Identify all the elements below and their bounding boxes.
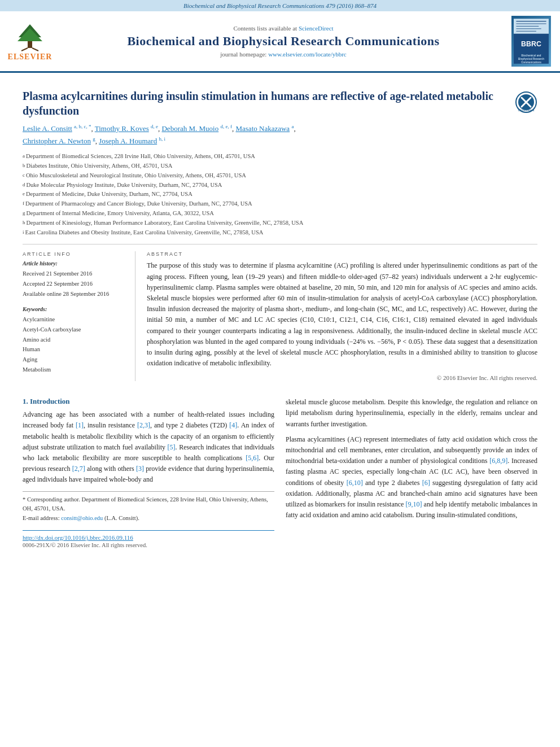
main-content: 1. Introduction Advancing age has been a… bbox=[0, 397, 560, 548]
article-title-section: Plasma acylcarnitines during insulin sti… bbox=[23, 89, 537, 118]
author-muoio[interactable]: Deborah M. Muoio bbox=[161, 124, 218, 133]
journal-citation-text: Biochemical and Biophysical Research Com… bbox=[183, 2, 377, 9]
journal-center: Contents lists available at ScienceDirec… bbox=[55, 25, 511, 58]
content-area: Plasma acylcarnitines during insulin sti… bbox=[0, 73, 560, 388]
abstract-label: ABSTRACT bbox=[147, 251, 537, 257]
abstract-text: The purpose of this study was to determi… bbox=[147, 260, 537, 369]
article-divider bbox=[23, 244, 537, 244]
affil-f: f Department of Pharmacology and Cancer … bbox=[23, 199, 537, 209]
keyword-3: Amino acid bbox=[23, 335, 126, 345]
article-title: Plasma acylcarnitines during insulin sti… bbox=[23, 89, 506, 118]
received-line: Received 21 September 2016 bbox=[23, 269, 126, 279]
author-houmard[interactable]: Joseph A. Houmard bbox=[99, 137, 157, 145]
doi-line: http://dx.doi.org/10.1016/j.bbrc.2016.09… bbox=[23, 533, 274, 542]
ref-6-10[interactable]: [6,10] bbox=[347, 479, 363, 487]
journal-title: Biochemical and Biophysical Research Com… bbox=[55, 34, 511, 49]
ref-4[interactable]: [4] bbox=[229, 421, 237, 429]
affil-c: c Ohio Musculoskeletal and Neurological … bbox=[23, 171, 537, 181]
ref-5[interactable]: [5] bbox=[168, 443, 176, 451]
ref-2-3[interactable]: [2,3] bbox=[137, 421, 150, 429]
article-history-label: Article history: bbox=[23, 260, 126, 267]
sciencedirect-link[interactable]: ScienceDirect bbox=[299, 25, 334, 32]
affil-i: i East Carolina Diabetes and Obesity Ins… bbox=[23, 228, 537, 238]
affil-a: a Department of Biomedical Sciences, 228… bbox=[23, 152, 537, 161]
keyword-2: Acetyl-CoA carboxylase bbox=[23, 325, 126, 335]
svg-line-4 bbox=[32, 48, 38, 51]
body-columns: 1. Introduction Advancing age has been a… bbox=[23, 397, 537, 548]
affil-g: g Department of Internal Medicine, Emory… bbox=[23, 209, 537, 219]
authors-line: Leslie A. Consitt a, b, c, *, Timothy R.… bbox=[23, 123, 537, 147]
accepted-line: Accepted 22 September 2016 bbox=[23, 279, 126, 289]
ref-1[interactable]: [1] bbox=[76, 421, 84, 429]
available-line: Available online 28 September 2016 bbox=[23, 289, 126, 299]
affil-b: b Diabetes Institute, Ohio University, A… bbox=[23, 161, 537, 171]
svg-text:Communications: Communications bbox=[521, 61, 541, 64]
journal-header: ELSEVIER Contents lists available at Sci… bbox=[0, 11, 560, 73]
ref-6b[interactable]: [6] bbox=[422, 479, 430, 487]
affil-d: d Duke Molecular Physiology Institute, D… bbox=[23, 181, 537, 190]
keyword-5: Aging bbox=[23, 355, 126, 365]
ref-3[interactable]: [3] bbox=[136, 465, 144, 473]
email-link[interactable]: consitt@ohio.edu bbox=[61, 515, 103, 521]
keywords-title: Keywords: bbox=[23, 306, 126, 312]
info-abstract-section: ARTICLE INFO Article history: Received 2… bbox=[23, 251, 537, 381]
ref-5-6[interactable]: [5,6] bbox=[246, 454, 259, 462]
keyword-6: Metabolism bbox=[23, 365, 126, 375]
affiliations: a Department of Biomedical Sciences, 228… bbox=[23, 152, 537, 237]
journal-citation-bar: Biochemical and Biophysical Research Com… bbox=[0, 0, 560, 11]
main-left-col: 1. Introduction Advancing age has been a… bbox=[23, 397, 274, 548]
svg-text:Biophysical Research: Biophysical Research bbox=[518, 58, 544, 60]
ref-2-7[interactable]: [2,7] bbox=[72, 465, 85, 473]
license-line: 0006-291X/© 2016 Elsevier Inc. All right… bbox=[23, 542, 274, 548]
intro-heading: 1. Introduction bbox=[23, 397, 274, 406]
doi-link[interactable]: http://dx.doi.org/10.1016/j.bbrc.2016.09… bbox=[23, 534, 133, 541]
author-consitt[interactable]: Leslie A. Consitt bbox=[23, 124, 72, 133]
copyright-line: © 2016 Elsevier Inc. All rights reserved… bbox=[147, 374, 537, 381]
ref-9-10[interactable]: [9,10] bbox=[406, 500, 422, 508]
main-right-col: skeletal muscle glucose metabolism. Desp… bbox=[286, 397, 537, 548]
keywords-section: Keywords: Acylcarnitine Acetyl-CoA carbo… bbox=[23, 306, 126, 375]
svg-text:BBRC: BBRC bbox=[521, 40, 541, 48]
article-info-col: ARTICLE INFO Article history: Received 2… bbox=[23, 251, 135, 381]
footnote-section: * Corresponding author. Department of Bi… bbox=[23, 491, 274, 523]
sciencedirect-line: Contents lists available at ScienceDirec… bbox=[55, 25, 511, 32]
affil-h: h Department of Kinesiology, Human Perfo… bbox=[23, 219, 537, 228]
intro-paragraph1: Advancing age has been associated with a… bbox=[23, 409, 274, 485]
svg-line-3 bbox=[21, 48, 28, 51]
keyword-1: Acylcarnitine bbox=[23, 314, 126, 325]
author-newton[interactable]: Christopher A. Newton bbox=[23, 137, 91, 145]
article-info-label: ARTICLE INFO bbox=[23, 251, 126, 257]
intro-paragraph2: skeletal muscle glucose metabolism. Desp… bbox=[286, 397, 537, 430]
svg-text:CrossMark: CrossMark bbox=[518, 108, 535, 112]
crossmark-logo: CrossMark bbox=[515, 91, 537, 116]
bbrc-logo: BBRC Biochemical and Biophysical Researc… bbox=[511, 16, 551, 67]
elsevier-logo: ELSEVIER bbox=[5, 21, 55, 62]
bottom-links: http://dx.doi.org/10.1016/j.bbrc.2016.09… bbox=[23, 530, 274, 548]
abstract-col: ABSTRACT The purpose of this study was t… bbox=[147, 251, 537, 381]
svg-rect-0 bbox=[28, 41, 32, 48]
keyword-4: Human bbox=[23, 344, 126, 355]
elsevier-text: ELSEVIER bbox=[8, 53, 53, 62]
intro-paragraph3: Plasma acylcarnitines (AC) represent int… bbox=[286, 434, 537, 521]
author-koves[interactable]: Timothy R. Koves bbox=[95, 124, 149, 133]
homepage-url[interactable]: www.elsevier.com/locate/ybbrc bbox=[268, 51, 347, 58]
affil-e: e Department of Medicine, Duke Universit… bbox=[23, 190, 537, 199]
footnote-email: E-mail address: consitt@ohio.edu (L.A. C… bbox=[23, 514, 274, 523]
footnote-corresponding: * Corresponding author. Department of Bi… bbox=[23, 495, 274, 514]
ref-6-8-9[interactable]: [6,8,9] bbox=[489, 457, 508, 465]
svg-text:Biochemical and: Biochemical and bbox=[521, 54, 541, 57]
homepage-line: journal homepage: www.elsevier.com/locat… bbox=[55, 51, 511, 58]
author-nakazawa[interactable]: Masato Nakazawa bbox=[235, 124, 290, 133]
